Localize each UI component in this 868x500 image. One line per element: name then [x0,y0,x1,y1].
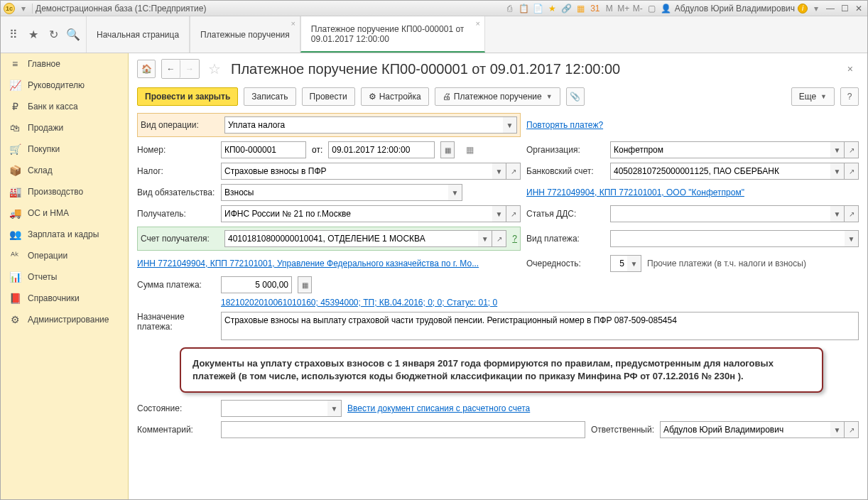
dropdown-button[interactable]: ▼ [503,116,517,134]
open-button[interactable]: ↗ [845,205,859,222]
settings-button[interactable]: ⚙Настройка [361,87,429,106]
amount-field[interactable]: 5 000,00 [221,276,292,293]
rec-acct-field[interactable]: 40101810800000010041, ОТДЕЛЕНИЕ 1 МОСКВА [224,230,478,247]
link-icon[interactable]: 🔗 [561,3,573,14]
maximize-button[interactable]: ☐ [839,3,850,14]
post-and-close-button[interactable]: Провести и закрыть [137,87,238,106]
chevron-down-icon[interactable]: ▾ [810,3,822,14]
dropdown-button[interactable]: ▼ [830,421,845,438]
copy-icon[interactable]: 📋 [519,3,530,14]
date-field[interactable]: 09.01.2017 12:00:00 [328,141,435,158]
calendar-icon[interactable]: 31 [590,3,601,14]
star-icon[interactable]: ★ [547,3,558,14]
print-dropdown[interactable]: 🖨Платежное поручение▼ [435,87,560,106]
priority-field[interactable]: 5 [610,255,627,272]
sidebar-item-warehouse[interactable]: 📦Склад [1,160,128,181]
attach-button[interactable]: 📎 [566,87,585,106]
kbk-link[interactable]: 18210202010061010160; 45394000; ТП; КВ.0… [221,298,497,308]
write-button[interactable]: Записать [244,87,295,106]
close-icon[interactable]: × [291,19,295,28]
calc2-icon[interactable]: ▦ [575,3,587,14]
obl-type-field[interactable]: Взносы [221,184,448,201]
back-button[interactable]: ← [162,60,180,78]
dropdown-icon[interactable]: ▾ [18,3,29,14]
tab-document[interactable]: Платежное поручение КП00-000001 от 09.01… [300,16,485,53]
home-button[interactable]: 🏠 [137,60,156,78]
open-button[interactable]: ↗ [492,230,506,247]
dropdown-button[interactable]: ▼ [830,205,845,222]
sidebar-item-refs[interactable]: 📕Справочники [1,288,128,309]
dropdown-button[interactable]: ▼ [627,255,641,272]
favorite-icon[interactable]: ★ [26,28,40,42]
sidebar-item-operations[interactable]: ᴬᵏОперации [1,245,128,266]
open-button[interactable]: ↗ [845,141,859,158]
write-off-link[interactable]: Ввести документ списания с расчетного сч… [347,403,530,413]
sidebar-item-purchases[interactable]: 🛒Покупки [1,138,128,160]
user-name[interactable]: Абдулов Юрий Владимирович [675,4,795,13]
tab-home[interactable]: Начальная страница [86,16,190,53]
calendar-button[interactable]: ▦ [440,141,455,158]
panels-icon[interactable]: ▢ [646,3,658,14]
dropdown-button[interactable]: ▼ [448,184,462,201]
tax-field[interactable]: Страховые взносы в ПФР [221,163,492,180]
sidebar-item-reports[interactable]: 📊Отчеты [1,266,128,288]
search-icon[interactable]: 🔍 [66,28,80,42]
repeat-payment-link[interactable]: Повторять платеж? [526,120,603,130]
sidebar-item-production[interactable]: 🏭Производство [1,181,128,202]
post-button[interactable]: Провести [302,87,355,106]
info-icon[interactable]: i [798,4,808,13]
comment-field[interactable] [221,421,585,438]
forward-button[interactable]: → [180,60,199,78]
calc-button[interactable]: ▦ [298,276,312,293]
sidebar-item-assets[interactable]: 🚚ОС и НМА [1,202,128,224]
state-field[interactable] [221,400,327,417]
op-type-field[interactable]: Уплата налога [224,116,503,134]
rec-acct-help[interactable]: ? [512,234,517,244]
main-content: 🏠 ← → ☆ Платежное поручение КП00-000001 … [129,53,867,499]
open-button[interactable]: ↗ [845,421,859,438]
pay-type-field[interactable] [610,230,845,247]
dropdown-button[interactable]: ▼ [492,205,506,222]
org-field[interactable]: Конфетпром [610,141,830,158]
history-icon[interactable]: ↻ [46,28,60,42]
close-button[interactable]: ✕ [853,3,864,14]
close-document-button[interactable]: × [842,60,859,77]
m-minus-icon[interactable]: M- [632,3,644,14]
dropdown-button[interactable]: ▼ [492,163,506,180]
more-button[interactable]: Еще▼ [791,87,835,106]
purpose-field[interactable]: Страховые взносы на выплату страховой ча… [221,312,859,340]
dropdown-button[interactable]: ▼ [830,163,845,180]
open-button[interactable]: ↗ [506,163,521,180]
bank-acct-field[interactable]: 40502810725000001125, ПАО СБЕРБАНК [610,163,830,180]
label-priority: Очередность: [526,259,604,268]
sidebar-item-bank[interactable]: ₽Банк и касса [1,96,128,117]
sidebar-item-main[interactable]: ≡Главное [1,53,128,75]
star-outline-icon[interactable]: ☆ [208,60,221,77]
close-icon[interactable]: × [475,19,479,28]
sidebar-item-salary[interactable]: 👥Зарплата и кадры [1,224,128,245]
recipient-field[interactable]: ИФНС России № 21 по г.Москве [221,205,492,222]
dropdown-button[interactable]: ▼ [845,230,859,247]
open-button[interactable]: ↗ [506,205,521,222]
open-button[interactable]: ↗ [845,163,859,180]
label-op-type: Вид операции: [141,120,219,130]
sidebar-item-admin[interactable]: ⚙Администрирование [1,309,128,330]
sidebar-item-manager[interactable]: 📈Руководителю [1,75,128,96]
tab-payments[interactable]: Платежные поручения× [190,16,300,53]
print-icon[interactable]: ⎙ [504,3,516,14]
m-plus-icon[interactable]: M+ [618,3,629,14]
dropdown-button[interactable]: ▼ [478,230,492,247]
resp-field[interactable]: Абдулов Юрий Владимирович [660,421,830,438]
minimize-button[interactable]: — [825,3,836,14]
sidebar-item-sales[interactable]: 🛍Продажи [1,117,128,138]
recipient-inn-link[interactable]: ИНН 7721049904, КПП 772101001, Управлени… [137,259,479,268]
help-button[interactable]: ? [840,87,859,106]
number-field[interactable]: КП00-000001 [221,141,306,158]
dropdown-button[interactable]: ▼ [830,141,845,158]
dds-field[interactable] [610,205,830,222]
apps-icon[interactable]: ⠿ [6,28,21,42]
m-icon[interactable]: M [604,3,615,14]
dropdown-button[interactable]: ▼ [327,400,342,417]
calc-icon[interactable]: 📄 [533,3,544,14]
org-inn-link[interactable]: ИНН 7721049904, КПП 772101001, ООО "Конф… [526,188,744,197]
